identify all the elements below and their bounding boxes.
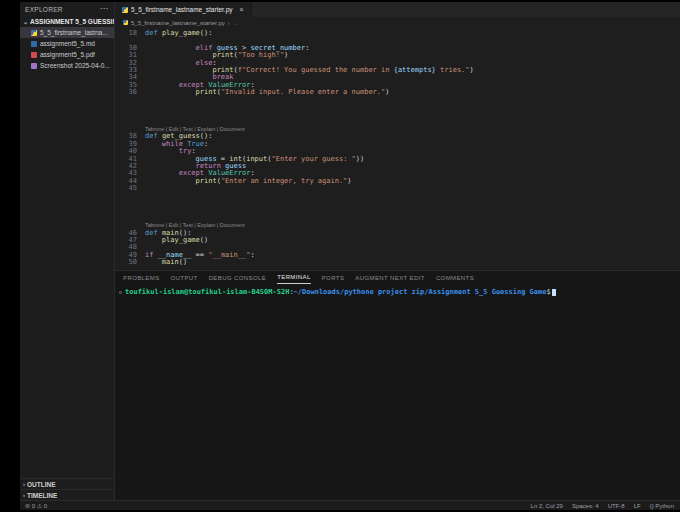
tab-close-icon[interactable]: × [240, 6, 244, 13]
token: () [179, 258, 187, 266]
token [145, 177, 196, 185]
chevron-right-icon: › [23, 481, 25, 487]
token: == [191, 251, 208, 259]
file-item-assignment5-5-pdf[interactable]: assignment5_5.pdf [20, 49, 114, 60]
file-item-5-5-firstname-lastna-[interactable]: 5_5_firstname_lastna... [20, 27, 114, 38]
breadcrumb-more: … [233, 20, 239, 26]
warning-count: 0 [44, 503, 47, 509]
python-file-icon [31, 30, 37, 36]
token: tries." [436, 66, 470, 74]
line-number [115, 207, 137, 214]
token: ) [385, 88, 389, 96]
code-spacer [115, 193, 680, 200]
terminal-dollar: $ [546, 288, 550, 296]
python-file-icon [122, 7, 128, 13]
terminal-prompt: toufikul-islam@toufikul-islam-B450M-S2H:… [117, 288, 680, 296]
token: "Enter your guess: " [271, 155, 355, 163]
token: ) [284, 51, 288, 59]
status-bar: ⊘ 0 ⚠ 0 Ln 2, Col 29Spaces: 4UTF-8LF{} P… [20, 500, 680, 510]
status--python[interactable]: {} Python [650, 503, 674, 509]
terminal[interactable]: toufikul-islam@toufikul-islam-B450M-S2H:… [115, 284, 680, 500]
panel-tabbar: PROBLEMSOUTPUTDEBUG CONSOLETERMINALPORTS… [115, 271, 680, 284]
token: : [204, 140, 208, 148]
panel-tab-debug-console[interactable]: DEBUG CONSOLE [209, 272, 267, 284]
file-item-assignment5-5-md[interactable]: assignment5_5.md [20, 38, 114, 49]
errors-warnings-indicator[interactable]: ⊘ 0 ⚠ 0 [25, 502, 47, 509]
image-file-icon [31, 63, 37, 69]
explorer-sidebar: EXPLORER ⋯ ⌄ ASSIGNMENT 5_5 GUESSIN... 5… [20, 2, 115, 500]
vscode-window: EXPLORER ⋯ ⌄ ASSIGNMENT 5_5 GUESSIN... 5… [20, 2, 680, 510]
timeline-section[interactable]: › TIMELINE [20, 489, 114, 500]
token: def [145, 29, 158, 37]
breadcrumb[interactable]: 5_5_firstname_lastname_starter.py › … [115, 17, 680, 28]
code-line-44: 44 print("Enter an integer, try again.") [115, 178, 680, 185]
token: {attempts} [394, 66, 436, 74]
line-number: 50 [115, 259, 137, 266]
token: (): [200, 29, 213, 37]
code-editor[interactable]: 18def play_game():30 elif guess > secret… [115, 28, 680, 270]
command-decoration-icon [119, 291, 122, 294]
folder-name: ASSIGNMENT 5_5 GUESSIN... [30, 18, 114, 25]
breadcrumb-file[interactable]: 5_5_firstname_lastname_starter.py [131, 20, 225, 26]
code-spacer [115, 119, 680, 126]
file-item-screenshot-2025-04-0-[interactable]: Screenshot 2025-04-0... [20, 60, 114, 71]
terminal-cwd: ~/Downloads/pythone project zip/Assignme… [294, 288, 547, 296]
explorer-header: EXPLORER ⋯ [20, 2, 114, 16]
token: )) [356, 155, 364, 163]
status-ln-2-col-29[interactable]: Ln 2, Col 29 [531, 503, 563, 509]
error-icon: ⊘ [25, 503, 30, 509]
code-text: play_game() [145, 237, 208, 244]
editor-column: 5_5_firstname_lastname_starter.py × 5_5_… [115, 2, 680, 500]
outline-label: OUTLINE [27, 481, 56, 488]
chevron-right-icon: › [228, 20, 230, 26]
line-number [115, 215, 137, 222]
status-spaces-4[interactable]: Spaces: 4 [572, 503, 599, 509]
token [145, 236, 162, 244]
token: "Invalid input. Please enter a number." [221, 88, 385, 96]
code-spacer [115, 111, 680, 118]
explorer-more-icon[interactable]: ⋯ [100, 6, 108, 12]
file-name: assignment5_5.md [40, 40, 95, 47]
warning-icon: ⚠ [37, 503, 42, 509]
status-lf[interactable]: LF [634, 503, 641, 509]
line-number [115, 193, 137, 200]
status-left: ⊘ 0 ⚠ 0 [25, 502, 47, 509]
status-utf-8[interactable]: UTF-8 [608, 503, 625, 509]
line-number [115, 97, 137, 104]
explorer-title: EXPLORER [25, 6, 63, 13]
token: "Too high!" [238, 51, 284, 59]
token: f"Correct! You guessed the number in [238, 66, 394, 74]
code-spacer [115, 215, 680, 222]
line-number: 36 [115, 89, 137, 96]
code-text: def play_game(): [145, 30, 212, 37]
folder-header[interactable]: ⌄ ASSIGNMENT 5_5 GUESSIN... [20, 16, 114, 27]
token: print [196, 88, 217, 96]
panel-tab-output[interactable]: OUTPUT [171, 272, 198, 284]
token: play_game [162, 29, 200, 37]
file-name: assignment5_5.pdf [40, 51, 95, 58]
editor-tab[interactable]: 5_5_firstname_lastname_starter.py × [115, 2, 252, 17]
panel-tab-comments[interactable]: COMMENTS [436, 272, 474, 284]
chevron-right-icon: › [23, 492, 25, 498]
tab-label: 5_5_firstname_lastname_starter.py [131, 6, 233, 13]
token: ) [470, 66, 474, 74]
main-area: EXPLORER ⋯ ⌄ ASSIGNMENT 5_5 GUESSIN... 5… [20, 2, 680, 500]
token [145, 88, 196, 96]
code-spacer [115, 207, 680, 214]
panel-tab-augment-next-edit[interactable]: AUGMENT NEXT EDIT [355, 272, 425, 284]
code-line-49: 49if __name__ == "__main__": [115, 252, 680, 259]
panel-tab-problems[interactable]: PROBLEMS [123, 272, 160, 284]
outline-section[interactable]: › OUTLINE [20, 478, 114, 489]
line-number [115, 104, 137, 111]
token: () [200, 236, 208, 244]
code-spacer [115, 97, 680, 104]
pdf-file-icon [31, 52, 37, 58]
tabnine-codelens[interactable]: Tabnine | Edit | Test | Explain | Docume… [115, 222, 680, 229]
code-spacer [115, 200, 680, 207]
panel-tab-ports[interactable]: PORTS [322, 272, 345, 284]
python-file-icon [123, 20, 128, 25]
panel-tab-terminal[interactable]: TERMINAL [277, 271, 311, 284]
screen: EXPLORER ⋯ ⌄ ASSIGNMENT 5_5 GUESSIN... 5… [0, 0, 680, 512]
code-line-36: 36 print("Invalid input. Please enter a … [115, 89, 680, 96]
terminal-user-host: toufikul-islam@toufikul-islam-B450M-S2H [125, 288, 289, 296]
